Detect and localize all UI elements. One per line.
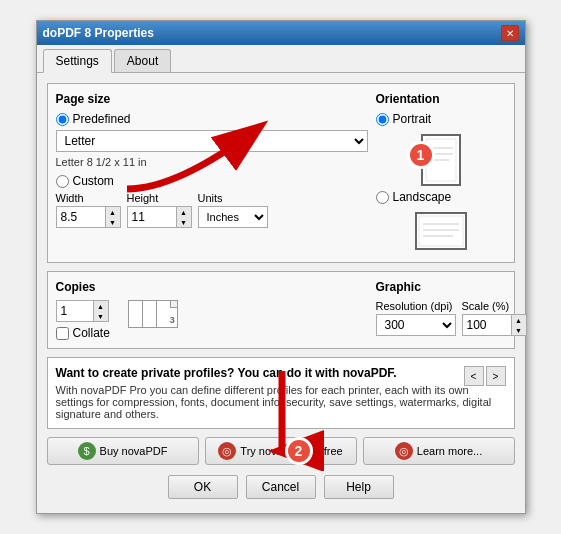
landscape-svg [417, 214, 465, 248]
window-title: doPDF 8 Properties [43, 26, 154, 40]
height-label: Height [127, 192, 192, 204]
units-label: Units [198, 192, 268, 204]
height-down-btn[interactable]: ▼ [177, 217, 191, 227]
buy-label: Buy novaPDF [100, 445, 168, 457]
ok-button[interactable]: OK [168, 475, 238, 499]
page-size-col: Page size Predefined Letter A4 A3 Legal [56, 92, 368, 254]
landscape-icon-wrap [376, 208, 506, 254]
copies-spinner: ▲ ▼ [56, 300, 110, 322]
main-window: doPDF 8 Properties ✕ Settings About 1 2 [36, 20, 526, 514]
copies-label: Copies [56, 280, 368, 294]
collate-label: Collate [73, 326, 110, 340]
height-field: Height ▲ ▼ [127, 192, 192, 228]
promo-text: With novaPDF Pro you can define differen… [56, 384, 506, 420]
width-field: Width ▲ ▼ [56, 192, 121, 228]
scale-spinner-btns: ▲ ▼ [512, 314, 527, 336]
tab-bar: Settings About [37, 45, 525, 73]
badge-1: 1 [407, 141, 435, 169]
top-two-col: Page size Predefined Letter A4 A3 Legal [56, 92, 506, 254]
tab-about[interactable]: About [114, 49, 171, 72]
copies-spinner-btns: ▲ ▼ [94, 300, 109, 322]
cancel-button[interactable]: Cancel [246, 475, 316, 499]
units-field: Units Inches Millimeters Centimeters [198, 192, 268, 228]
tab-settings[interactable]: Settings [43, 49, 112, 73]
portrait-label: Portrait [393, 112, 432, 126]
try-icon: ◎ [218, 442, 236, 460]
promo-next-btn[interactable]: > [486, 366, 506, 386]
copies-graphic-section: Copies ▲ ▼ [47, 271, 515, 349]
landscape-row: Landscape [376, 190, 506, 204]
close-button[interactable]: ✕ [501, 25, 519, 41]
page-size-hint: Letter 8 1/2 x 11 in [56, 156, 368, 168]
copies-spinner-wrap: ▲ ▼ Collate [56, 300, 110, 340]
width-down-btn[interactable]: ▼ [106, 217, 120, 227]
resolution-dropdown[interactable]: 72 96 150 300 600 [376, 314, 456, 336]
copies-up-btn[interactable]: ▲ [94, 301, 108, 311]
resolution-field: Resolution (dpi) 72 96 150 300 600 [376, 300, 456, 336]
width-spinner-btns: ▲ ▼ [106, 206, 121, 228]
portrait-radio[interactable] [376, 113, 389, 126]
scale-spinner: ▲ ▼ [462, 314, 527, 336]
custom-row: Custom [56, 174, 368, 188]
scale-up-btn[interactable]: ▲ [512, 315, 526, 325]
width-spinner: ▲ ▼ [56, 206, 121, 228]
content-area: Page size Predefined Letter A4 A3 Legal [37, 73, 525, 513]
predefined-label: Predefined [73, 112, 131, 126]
buy-button[interactable]: $ Buy novaPDF [47, 437, 199, 465]
help-button[interactable]: Help [324, 475, 394, 499]
portrait-row: Portrait [376, 112, 506, 126]
learn-icon: ◎ [395, 442, 413, 460]
title-bar: doPDF 8 Properties ✕ [37, 21, 525, 45]
resolution-row: Resolution (dpi) 72 96 150 300 600 [376, 300, 506, 336]
footer-buttons: OK Cancel Help [47, 475, 515, 503]
landscape-icon [415, 212, 467, 250]
dropdown-wrap: Letter A4 A3 Legal [56, 130, 368, 152]
badge-2: 2 [285, 437, 313, 465]
promo-section: < > Want to create private profiles? You… [47, 357, 515, 429]
collate-row: Collate [56, 326, 110, 340]
svg-rect-4 [419, 216, 463, 246]
try-button[interactable]: ◎ Try novaPDF for free [205, 437, 357, 465]
title-controls: ✕ [501, 25, 519, 41]
page-icon-3: 3 [156, 300, 178, 328]
bottom-two-col: Copies ▲ ▼ [56, 280, 506, 340]
learn-button[interactable]: ◎ Learn more... [363, 437, 515, 465]
landscape-label: Landscape [393, 190, 452, 204]
graphic-label: Graphic [376, 280, 506, 294]
scale-field: Scale (%) ▲ ▼ [462, 300, 527, 336]
height-spinner-btns: ▲ ▼ [177, 206, 192, 228]
graphic-col: Graphic Resolution (dpi) 72 96 150 300 6… [376, 280, 506, 340]
learn-label: Learn more... [417, 445, 482, 457]
predefined-radio[interactable] [56, 113, 69, 126]
dimensions-row: Width ▲ ▼ Height [56, 192, 368, 228]
height-spinner: ▲ ▼ [127, 206, 192, 228]
width-label: Width [56, 192, 121, 204]
buy-icon: $ [78, 442, 96, 460]
copies-row: ▲ ▼ Collate [56, 300, 368, 340]
units-dropdown[interactable]: Inches Millimeters Centimeters [198, 206, 268, 228]
scale-down-btn[interactable]: ▼ [512, 325, 526, 335]
resolution-label: Resolution (dpi) [376, 300, 456, 312]
custom-label: Custom [73, 174, 114, 188]
landscape-radio[interactable] [376, 191, 389, 204]
copies-input[interactable] [56, 300, 94, 322]
custom-radio[interactable] [56, 175, 69, 188]
portrait-icon-wrap [376, 130, 506, 190]
promo-nav: < > [464, 366, 506, 386]
copies-down-btn[interactable]: ▼ [94, 311, 108, 321]
page-size-orientation-section: Page size Predefined Letter A4 A3 Legal [47, 83, 515, 263]
scale-label: Scale (%) [462, 300, 527, 312]
width-up-btn[interactable]: ▲ [106, 207, 120, 217]
collate-checkbox[interactable] [56, 327, 69, 340]
page-size-dropdown[interactable]: Letter A4 A3 Legal [56, 130, 368, 152]
promo-prev-btn[interactable]: < [464, 366, 484, 386]
copies-col: Copies ▲ ▼ [56, 280, 368, 340]
orientation-col: Orientation Portrait [376, 92, 506, 254]
promo-title: Want to create private profiles? You can… [56, 366, 506, 380]
scale-input[interactable] [462, 314, 512, 336]
page-size-label: Page size [56, 92, 368, 106]
height-up-btn[interactable]: ▲ [177, 207, 191, 217]
height-input[interactable] [127, 206, 177, 228]
window-content: 1 2 Pa [37, 73, 525, 513]
width-input[interactable] [56, 206, 106, 228]
